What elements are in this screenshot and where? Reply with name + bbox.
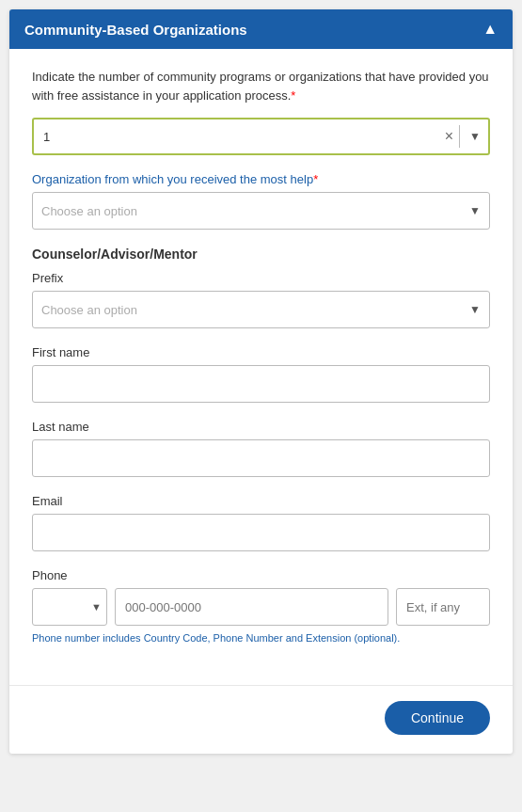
required-marker: * (291, 88, 295, 103)
card-title: Community-Based Organizations (24, 22, 247, 38)
org-label: Organization from which you received the… (32, 172, 490, 186)
last-name-label: Last name (32, 420, 490, 434)
email-input[interactable] (32, 514, 490, 551)
counselor-title: Counselor/Advisor/Mentor (32, 247, 490, 262)
description-content: Indicate the number of community program… (32, 70, 489, 103)
card-body: Indicate the number of community program… (9, 49, 513, 685)
phone-prefix-wrapper: +1 ▼ (32, 588, 107, 626)
phone-prefix-select[interactable]: +1 (32, 588, 107, 626)
org-field-group: Organization from which you received the… (32, 172, 490, 230)
first-name-input[interactable] (32, 365, 490, 403)
card-footer: Continue (9, 685, 513, 754)
community-based-organizations-card: Community-Based Organizations ▲ Indicate… (9, 9, 513, 754)
phone-number-input[interactable] (115, 588, 388, 626)
counselor-section: Counselor/Advisor/Mentor (32, 247, 490, 262)
org-select[interactable] (32, 192, 490, 230)
number-select-wrapper: 1 2 3 4 5 × ▼ (32, 118, 490, 155)
collapse-icon[interactable]: ▲ (482, 21, 498, 38)
email-label: Email (32, 494, 490, 508)
org-label-text: Organization from which you received the… (32, 172, 313, 186)
first-name-label: First name (32, 345, 490, 359)
prefix-label: Prefix (32, 271, 490, 285)
card-header: Community-Based Organizations ▲ (9, 9, 513, 49)
org-select-wrapper: ▼ Choose an option (32, 192, 490, 230)
prefix-select[interactable]: Mr. Ms. Mrs. Dr. (32, 291, 490, 328)
phone-field-group: Phone +1 ▼ Phone number includes Country… (32, 568, 490, 645)
number-select-arrow-icon[interactable]: ▼ (460, 130, 490, 143)
first-name-field-group: First name (32, 345, 490, 403)
email-field-group: Email (32, 494, 490, 551)
last-name-field-group: Last name (32, 420, 490, 477)
phone-row: +1 ▼ (32, 588, 490, 626)
last-name-input[interactable] (32, 439, 490, 477)
number-select[interactable]: 1 2 3 4 5 (32, 118, 490, 155)
phone-ext-input[interactable] (396, 588, 490, 626)
prefix-field-group: Prefix Mr. Ms. Mrs. Dr. ▼ Choose an opti… (32, 271, 490, 328)
description-text: Indicate the number of community program… (32, 68, 490, 104)
number-select-clear-icon[interactable]: × (439, 128, 459, 145)
phone-hint: Phone number includes Country Code, Phon… (32, 631, 490, 645)
continue-button[interactable]: Continue (385, 701, 490, 735)
org-required-marker: * (313, 172, 318, 186)
phone-label: Phone (32, 568, 490, 582)
prefix-select-wrapper: Mr. Ms. Mrs. Dr. ▼ Choose an option (32, 291, 490, 328)
